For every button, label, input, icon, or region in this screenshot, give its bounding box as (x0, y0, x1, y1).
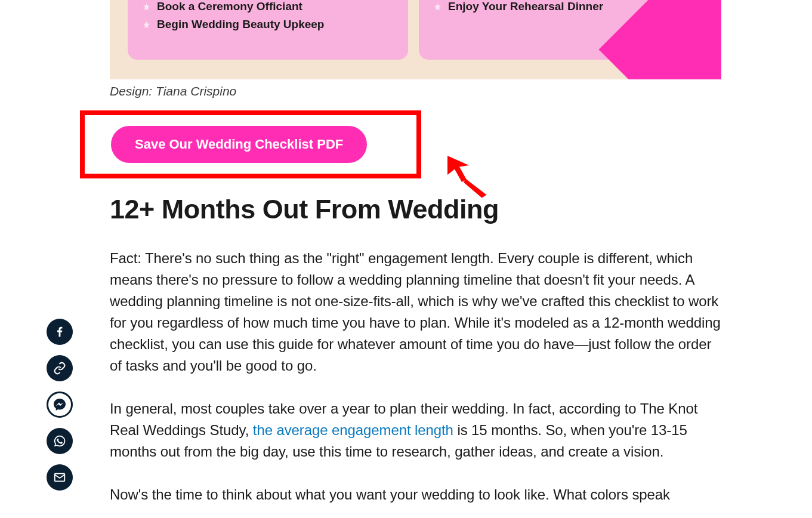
engagement-length-link[interactable]: the average engagement length (253, 422, 453, 438)
copy-link-button[interactable] (47, 355, 73, 381)
checklist-item: Book a Ceremony Officiant (142, 0, 394, 13)
body-paragraph: In general, most couples take over a yea… (110, 398, 721, 462)
link-icon (53, 362, 66, 375)
body-paragraph: Now's the time to think about what you w… (110, 484, 721, 505)
whatsapp-icon (53, 434, 66, 448)
facebook-icon (53, 325, 66, 338)
annotation-cursor-arrow-icon (443, 151, 490, 199)
svg-marker-0 (447, 156, 469, 182)
share-facebook-button[interactable] (47, 319, 73, 345)
star-icon (433, 2, 442, 11)
messenger-icon (53, 397, 67, 412)
share-whatsapp-button[interactable] (47, 428, 73, 454)
image-credit: Design: Tiana Crispino (110, 84, 721, 98)
share-email-button[interactable] (47, 464, 73, 491)
save-checklist-pdf-button[interactable]: Save Our Wedding Checklist PDF (111, 126, 367, 163)
email-icon (53, 471, 66, 484)
checklist-item-label: Enjoy Your Rehearsal Dinner (448, 0, 603, 13)
checklist-item-label: Book a Ceremony Officiant (157, 0, 302, 13)
checklist-item: Begin Wedding Beauty Upkeep (142, 18, 394, 31)
share-rail (47, 319, 73, 491)
checklist-item-label: Begin Wedding Beauty Upkeep (157, 18, 324, 31)
annotation-highlight-box: Save Our Wedding Checklist PDF (80, 110, 421, 178)
star-icon (142, 20, 151, 29)
checklist-infographic: Book a Ceremony Officiant Begin Wedding … (110, 0, 721, 79)
star-icon (142, 2, 151, 11)
share-messenger-button[interactable] (47, 391, 73, 418)
section-heading: 12+ Months Out From Wedding (110, 194, 721, 225)
body-paragraph: Fact: There's no such thing as the "righ… (110, 248, 721, 377)
checklist-column-left: Book a Ceremony Officiant Begin Wedding … (128, 0, 408, 60)
